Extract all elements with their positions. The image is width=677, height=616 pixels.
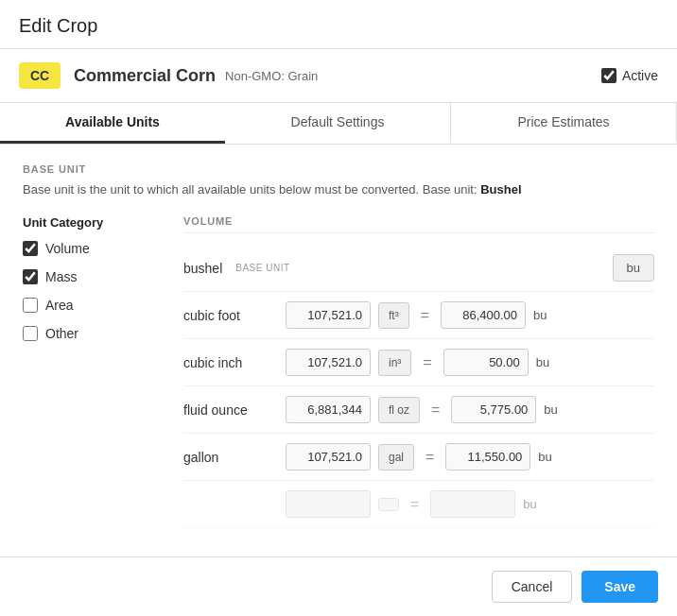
- cubic-foot-name: cubic foot: [183, 308, 278, 323]
- page-title: Edit Crop: [19, 15, 658, 37]
- save-button[interactable]: Save: [582, 571, 658, 603]
- area-checkbox[interactable]: [23, 298, 38, 313]
- unit-row-bushel: bushel BASE UNIT bu: [183, 245, 654, 292]
- cancel-button[interactable]: Cancel: [492, 571, 573, 603]
- cubic-foot-result[interactable]: [441, 301, 526, 329]
- gallon-name: gallon: [183, 450, 278, 465]
- cubic-inch-input[interactable]: [286, 349, 371, 376]
- crop-badge: CC: [19, 62, 61, 89]
- cubic-inch-result[interactable]: [443, 349, 529, 376]
- active-checkbox[interactable]: [601, 68, 616, 83]
- volume-label: VOLUME: [183, 215, 654, 233]
- fluid-ounce-abbr[interactable]: fl oz: [378, 397, 420, 423]
- equals-cubic-foot: =: [417, 307, 433, 324]
- unit-row-gallon: gallon gal = bu: [183, 434, 654, 481]
- volume-checkbox[interactable]: [23, 241, 38, 256]
- active-checkbox-wrapper: Active: [601, 68, 658, 83]
- base-unit-section: BASE UNIT Base unit is the unit to which…: [23, 163, 654, 197]
- unit-row-partial: = bu: [183, 481, 654, 528]
- fluid-ounce-result[interactable]: [451, 396, 536, 423]
- base-unit-name: Bushel: [480, 182, 521, 197]
- bushel-base-tag: BASE UNIT: [235, 263, 289, 273]
- main-layout: Unit Category Volume Mass Area Other VOL…: [23, 215, 654, 528]
- partial-abbr[interactable]: [378, 498, 399, 511]
- page-header: Edit Crop: [0, 0, 677, 49]
- cubic-inch-abbr[interactable]: in³: [378, 350, 411, 376]
- cubic-foot-suffix: bu: [533, 308, 552, 322]
- content-area: BASE UNIT Base unit is the unit to which…: [0, 145, 677, 572]
- unit-row-cubic-inch: cubic inch in³ = bu: [183, 339, 654, 386]
- gallon-input[interactable]: [286, 443, 371, 471]
- base-unit-description: Base unit is the unit to which all avail…: [23, 182, 654, 197]
- unit-row-cubic-foot: cubic foot ft³ = bu: [183, 292, 654, 339]
- crop-name: Commercial Corn: [74, 66, 216, 86]
- unit-categories: Unit Category Volume Mass Area Other: [23, 215, 155, 528]
- active-label: Active: [622, 68, 658, 83]
- base-unit-label: BASE UNIT: [23, 163, 654, 175]
- fluid-ounce-suffix: bu: [544, 402, 563, 417]
- fluid-ounce-name: fluid ounce: [183, 402, 278, 418]
- mass-checkbox[interactable]: [23, 269, 38, 284]
- cubic-foot-input[interactable]: [286, 301, 371, 329]
- crop-header: CC Commercial Corn Non-GMO: Grain Active: [0, 49, 677, 103]
- crop-subtitle: Non-GMO: Grain: [225, 69, 318, 83]
- equals-cubic-inch: =: [419, 354, 435, 371]
- footer: Cancel Save: [0, 556, 677, 616]
- tab-available-units[interactable]: Available Units: [0, 103, 225, 144]
- cubic-inch-suffix: bu: [536, 355, 555, 369]
- tabs: Available Units Default Settings Price E…: [0, 103, 677, 145]
- bushel-abbr-btn[interactable]: bu: [613, 254, 654, 282]
- partial-input[interactable]: [286, 490, 371, 518]
- cubic-foot-abbr[interactable]: ft³: [378, 302, 409, 329]
- tab-price-estimates[interactable]: Price Estimates: [451, 103, 677, 144]
- bushel-name: bushel: [183, 261, 222, 276]
- partial-result[interactable]: [430, 490, 515, 518]
- gallon-abbr[interactable]: gal: [378, 444, 414, 471]
- unit-row-fluid-ounce: fluid ounce fl oz = bu: [183, 386, 654, 434]
- tab-default-settings[interactable]: Default Settings: [225, 103, 451, 144]
- gallon-suffix: bu: [538, 450, 557, 464]
- equals-gallon: =: [422, 449, 438, 466]
- cubic-inch-name: cubic inch: [183, 355, 278, 370]
- category-other: Other: [23, 326, 155, 341]
- other-checkbox[interactable]: [23, 326, 38, 341]
- unit-category-title: Unit Category: [23, 215, 155, 230]
- volume-section: VOLUME bushel BASE UNIT bu cubic foot ft…: [183, 215, 654, 528]
- gallon-result[interactable]: [445, 443, 530, 471]
- category-volume: Volume: [23, 241, 155, 256]
- equals-fluid-ounce: =: [427, 402, 443, 419]
- category-area: Area: [23, 298, 155, 313]
- category-mass: Mass: [23, 269, 155, 284]
- fluid-ounce-input[interactable]: [286, 396, 371, 423]
